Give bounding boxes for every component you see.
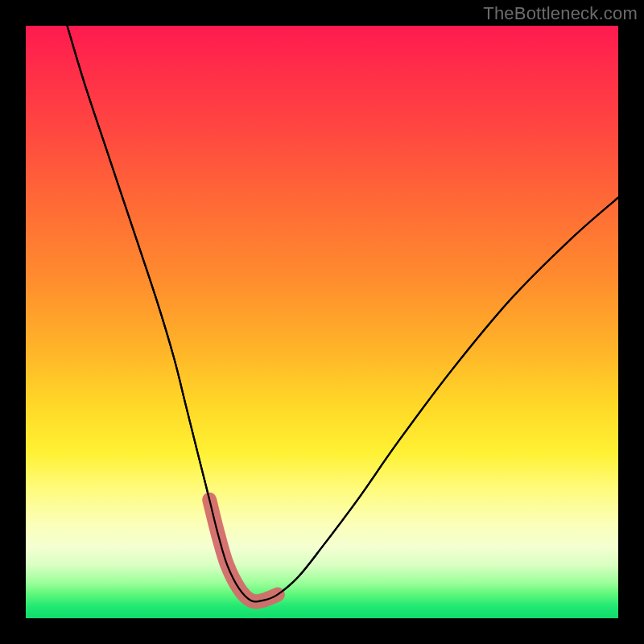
bottleneck-curve-overlay [68,26,619,601]
watermark-text: TheBottleneck.com [483,3,638,24]
plot-area [26,26,618,618]
bottleneck-curve-path [68,26,619,601]
outer-frame: TheBottleneck.com [0,0,644,644]
highlight-band-path [209,500,278,602]
chart-svg [26,26,618,618]
